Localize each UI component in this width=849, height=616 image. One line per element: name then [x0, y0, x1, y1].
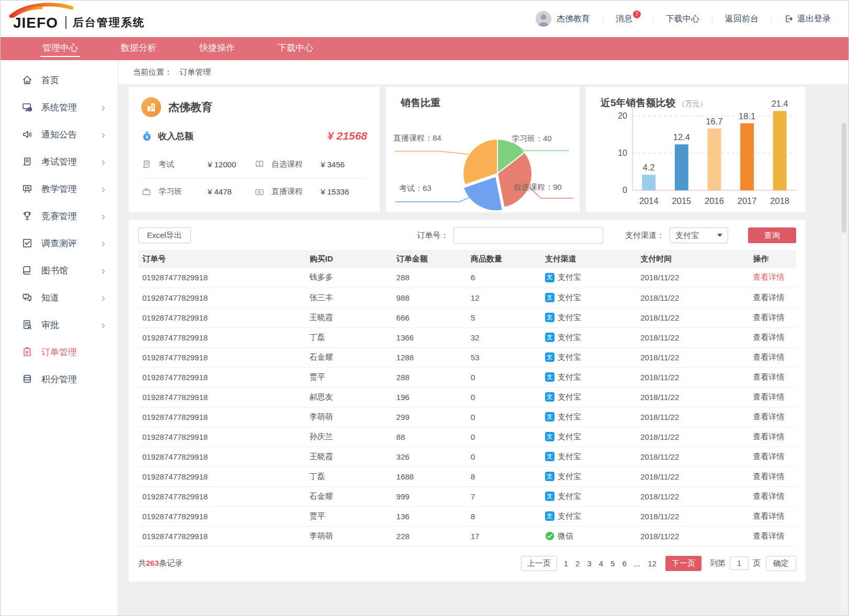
- column-header: 操作: [749, 250, 796, 268]
- trophy-icon: [21, 210, 33, 222]
- cell-quantity: 0: [467, 387, 541, 407]
- view-details-link[interactable]: 查看详情: [753, 452, 784, 461]
- cell-pay-time: 2018/11/22: [636, 427, 749, 447]
- sidebar-item-exam-management[interactable]: 考试管理›: [1, 148, 118, 175]
- page-number-12[interactable]: 12: [648, 559, 656, 568]
- pay-channel-text: 支付宝: [558, 392, 581, 402]
- sidebar: 首页系统管理›通知公告›考试管理›教学管理›竞赛管理›调查测评›图书馆›?知道›…: [1, 60, 118, 615]
- alipay-icon: 支: [545, 511, 554, 521]
- points-icon: [21, 373, 33, 385]
- cell-pay-channel: 支支付宝: [541, 486, 636, 506]
- income-item-label: 学习班: [159, 187, 208, 197]
- nav-tab-quick-actions[interactable]: 快捷操作: [199, 37, 235, 60]
- cell-order-no: 019287477829918: [138, 407, 305, 427]
- alipay-icon: 支: [545, 372, 554, 382]
- excel-export-button[interactable]: Excel导出: [138, 227, 191, 243]
- view-details-link[interactable]: 查看详情: [753, 492, 784, 500]
- nav-tab-data-analysis[interactable]: 数据分析: [121, 37, 156, 60]
- sidebar-item-order-management[interactable]: 订单管理: [1, 338, 118, 366]
- view-details-link[interactable]: 查看详情: [753, 313, 784, 322]
- logout-link[interactable]: 退出登录: [784, 14, 831, 25]
- cell-action: 查看详情: [749, 506, 796, 526]
- sidebar-item-system-management[interactable]: 系统管理›: [1, 94, 118, 121]
- pay-channel-text: 支付宝: [558, 333, 581, 343]
- cell-pay-channel: 支支付宝: [541, 307, 636, 327]
- user-name: 杰佛教育: [557, 14, 590, 25]
- view-details-link[interactable]: 查看详情: [753, 372, 784, 381]
- page-number-6[interactable]: 6: [622, 559, 626, 568]
- sidebar-item-competition-management[interactable]: 竞赛管理›: [1, 202, 118, 230]
- page-number-3[interactable]: 3: [587, 559, 591, 568]
- sidebar-item-library[interactable]: 图书馆›: [1, 257, 118, 284]
- cell-order-no: 019287477829918: [138, 387, 305, 407]
- app-title: 后台管理系统: [73, 15, 145, 30]
- view-details-link[interactable]: 查看详情: [753, 412, 784, 421]
- cell-order-no: 019287477829918: [138, 347, 305, 367]
- income-item-optional-course: 自选课程¥ 3456: [254, 151, 367, 178]
- view-details-link[interactable]: 查看详情: [753, 392, 784, 401]
- alipay-icon: 支: [545, 472, 554, 481]
- cell-buyer-id: 张三丰: [305, 288, 392, 307]
- table-row: 019287477829918李萌萌2990支支付宝2018/11/22查看详情: [138, 407, 796, 427]
- header-right: 杰佛教育 消息 7 下载中心 返回前台 退出登: [536, 11, 831, 27]
- svg-text:2016: 2016: [705, 196, 724, 206]
- nav-tab-management-center[interactable]: 管理中心: [42, 37, 78, 60]
- page-number-5[interactable]: 5: [610, 559, 615, 568]
- page-number-1[interactable]: 1: [564, 559, 568, 568]
- scroll-icon: [21, 156, 33, 167]
- sidebar-item-label: 考试管理: [41, 156, 77, 168]
- scrollbar[interactable]: [842, 122, 846, 610]
- prev-page-button[interactable]: 上一页: [521, 556, 557, 571]
- confirm-button[interactable]: 确定: [766, 556, 796, 571]
- sales-ratio-card: 学习班：40自选课程：90考试：63直播课程：84 销售比重: [386, 87, 580, 212]
- sidebar-item-knowledge[interactable]: ?知道›: [1, 284, 118, 311]
- query-button[interactable]: 查询: [748, 227, 796, 243]
- org-name: 杰佛教育: [168, 100, 212, 115]
- view-details-link[interactable]: 查看详情: [753, 272, 784, 281]
- order-no-input[interactable]: [454, 227, 603, 244]
- next-page-button[interactable]: 下一页: [665, 556, 701, 571]
- cell-action: 查看详情: [749, 447, 796, 466]
- view-details-link[interactable]: 查看详情: [753, 472, 784, 481]
- sidebar-item-survey-evaluation[interactable]: 调查测评›: [1, 230, 118, 257]
- cell-buyer-id: 丁磊: [305, 327, 392, 347]
- pay-channel-label: 支付渠道：: [625, 231, 664, 241]
- sidebar-item-approval[interactable]: 审批›: [1, 311, 118, 338]
- view-details-link[interactable]: 查看详情: [753, 511, 784, 520]
- orders-table-wrap: 订单号购买ID订单金额商品数量支付渠道支付时间操作 01928747782991…: [129, 250, 806, 546]
- pay-channel-select[interactable]: 支付宝: [670, 227, 728, 243]
- download-center-link[interactable]: 下载中心: [666, 14, 699, 25]
- cell-quantity: 8: [467, 506, 541, 526]
- page-number-4[interactable]: 4: [599, 559, 603, 568]
- svg-text:2015: 2015: [672, 196, 692, 206]
- view-details-link[interactable]: 查看详情: [753, 432, 784, 441]
- page-number-2[interactable]: 2: [575, 559, 580, 568]
- chevron-right-icon: ›: [101, 211, 105, 221]
- view-details-link[interactable]: 查看详情: [753, 333, 784, 341]
- view-details-link[interactable]: 查看详情: [753, 352, 784, 361]
- sidebar-item-label: 首页: [41, 74, 59, 86]
- sidebar-item-points-management[interactable]: 积分管理: [1, 366, 118, 393]
- sidebar-item-teaching-management[interactable]: 教学管理›: [1, 175, 118, 202]
- cell-pay-time: 2018/11/22: [636, 327, 749, 347]
- back-to-front-link[interactable]: 返回前台: [725, 14, 759, 25]
- home-icon: [21, 74, 33, 86]
- header-divider: [603, 15, 603, 22]
- user-menu[interactable]: 杰佛教育: [536, 11, 590, 27]
- view-details-link[interactable]: 查看详情: [753, 293, 784, 302]
- svg-text:20: 20: [618, 111, 627, 120]
- scroll-icon: [141, 159, 152, 169]
- total-income-value: ¥ 21568: [327, 130, 367, 142]
- scrollbar-thumb[interactable]: [842, 123, 846, 233]
- goto-page-input[interactable]: [730, 556, 749, 570]
- cell-buyer-id: 李萌萌: [305, 407, 392, 427]
- messages-link[interactable]: 消息 7: [616, 14, 640, 25]
- chevron-right-icon: ›: [101, 265, 105, 276]
- view-details-link[interactable]: 查看详情: [753, 531, 784, 540]
- sidebar-item-home[interactable]: 首页: [1, 66, 118, 94]
- nav-tab-download-center[interactable]: 下载中心: [278, 37, 313, 60]
- pay-channel-text: 支付宝: [558, 412, 581, 422]
- income-item-label: 直播课程: [271, 187, 321, 197]
- income-item-exam: 考试¥ 12000: [141, 151, 254, 178]
- sidebar-item-notice-announcement[interactable]: 通知公告›: [1, 121, 118, 148]
